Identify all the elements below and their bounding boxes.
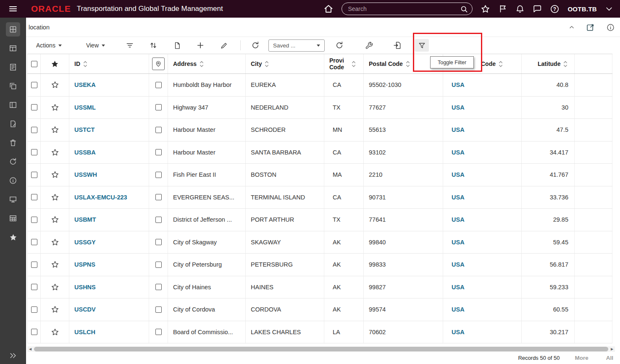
col-header-latitude[interactable]: Latitude [522, 54, 575, 73]
favorite-star-icon[interactable] [41, 97, 69, 119]
search-input[interactable] [348, 5, 460, 12]
flag-icon[interactable] [498, 4, 507, 13]
sidebar-layout-icon[interactable] [6, 98, 20, 112]
table-row[interactable]: USLAX-EMCU-223 EVERGREEN SEAS... TERMINA… [27, 186, 612, 209]
reload-icon[interactable] [332, 39, 347, 52]
favorite-star-icon[interactable] [41, 141, 69, 164]
sidebar-data-table-icon[interactable] [6, 211, 20, 225]
sidebar-workbench-icon[interactable] [6, 41, 20, 55]
row-checkbox[interactable] [31, 82, 37, 88]
select-all-checkbox[interactable] [31, 61, 37, 67]
row-checkbox[interactable] [31, 262, 37, 268]
table-row[interactable]: USHNS City of Haines HAINES AK 99827 USA… [27, 276, 612, 299]
row-checkbox[interactable] [31, 217, 37, 223]
hamburger-menu-icon[interactable] [0, 0, 26, 18]
map-pin-button[interactable] [152, 58, 165, 70]
table-row[interactable]: USBMT District of Jefferson ... PORT ART… [27, 209, 612, 231]
row-checkbox[interactable] [31, 127, 37, 133]
favorite-star-icon[interactable] [41, 254, 69, 276]
sidebar-monitor-icon[interactable] [6, 192, 20, 207]
address-checkbox[interactable] [155, 149, 162, 155]
row-checkbox[interactable] [31, 284, 37, 290]
bell-icon[interactable] [515, 4, 525, 13]
address-checkbox[interactable] [155, 104, 162, 110]
toggle-filter-funnel-icon[interactable] [415, 39, 429, 52]
country-code-link[interactable]: USA [452, 306, 465, 313]
row-checkbox[interactable] [31, 239, 37, 245]
country-code-link[interactable]: USA [452, 104, 465, 111]
location-id-link[interactable]: USBMT [74, 216, 96, 223]
country-code-link[interactable]: USA [452, 239, 465, 246]
col-header-province-code[interactable]: Provi Code [324, 54, 364, 73]
country-code-link[interactable]: USA [452, 149, 465, 156]
row-checkbox[interactable] [31, 194, 37, 200]
address-checkbox[interactable] [155, 306, 162, 313]
table-row[interactable]: USCDV City of Cordova CORDOVA AK 99574 U… [27, 299, 612, 321]
sidebar-grid-icon[interactable] [6, 22, 20, 37]
help-icon[interactable]: ? [550, 4, 560, 14]
favorite-star-icon[interactable] [41, 209, 69, 231]
country-code-link[interactable]: USA [452, 216, 465, 223]
table-row[interactable]: USPNS City of Petersburg PETERSBURG AK 9… [27, 254, 612, 276]
sidebar-trash-icon[interactable] [6, 136, 20, 150]
row-checkbox[interactable] [31, 149, 37, 155]
location-id-link[interactable]: USLAX-EMCU-223 [74, 194, 127, 201]
wrench-icon[interactable] [362, 39, 376, 52]
location-id-link[interactable]: USSGY [74, 239, 96, 246]
favorite-star-icon[interactable] [41, 321, 69, 343]
collapse-panel-icon[interactable] [569, 24, 575, 30]
table-row[interactable]: USSBA Harbour Master SANTA BARBARA CA 93… [27, 141, 612, 164]
col-header-address[interactable]: Address [168, 54, 246, 73]
favorite-star-icon[interactable] [41, 74, 69, 96]
table-row[interactable]: USSML Highway 347 NEDERLAND TX 77627 USA… [27, 97, 612, 119]
more-button[interactable]: More [575, 355, 588, 361]
table-row[interactable]: USEKA Humboldt Bay Harbor EUREKA CA 9550… [27, 74, 612, 97]
location-id-link[interactable]: USPNS [74, 261, 95, 268]
export-icon[interactable] [390, 39, 405, 52]
view-dropdown[interactable]: View [86, 42, 105, 49]
address-checkbox[interactable] [155, 329, 162, 335]
search-icon[interactable] [460, 5, 468, 13]
location-id-link[interactable]: USLCH [74, 329, 95, 335]
address-checkbox[interactable] [155, 194, 162, 200]
sidebar-info-icon[interactable] [6, 173, 20, 188]
sidebar-star-icon[interactable] [6, 230, 20, 244]
location-id-link[interactable]: USSBA [74, 149, 96, 156]
table-row[interactable]: USSGY City of Skagway SKAGWAY AK 99840 U… [27, 231, 612, 254]
row-checkbox[interactable] [31, 306, 37, 313]
filter-list-icon[interactable] [123, 39, 137, 52]
expand-sidebar-icon[interactable] [0, 351, 26, 360]
sidebar-form-icon[interactable] [6, 60, 20, 74]
search-box[interactable] [342, 3, 473, 15]
location-id-link[interactable]: USSML [74, 104, 96, 111]
location-id-link[interactable]: USEKA [74, 81, 96, 88]
col-header-city[interactable]: City [246, 54, 324, 73]
address-checkbox[interactable] [155, 262, 162, 268]
country-code-link[interactable]: USA [452, 81, 465, 88]
add-icon[interactable] [193, 39, 208, 52]
favorite-star-icon[interactable] [41, 186, 69, 209]
country-code-link[interactable]: USA [452, 194, 465, 201]
country-code-link[interactable]: USA [452, 126, 465, 133]
country-code-link[interactable]: USA [452, 261, 465, 268]
tab-location[interactable]: location [29, 24, 50, 31]
country-code-link[interactable]: USA [452, 171, 465, 178]
scroll-left-arrow[interactable]: ◀ [27, 346, 33, 352]
location-id-link[interactable]: USTCT [74, 126, 95, 133]
favorites-star-icon[interactable] [481, 4, 490, 14]
favorite-column-header[interactable] [41, 54, 69, 73]
address-checkbox[interactable] [155, 284, 162, 290]
table-row[interactable]: USSWH Fish Pier East II BOSTON MA 2210 U… [27, 164, 612, 186]
saved-query-dropdown[interactable]: Saved ... [268, 39, 325, 52]
actions-dropdown[interactable]: Actions [36, 42, 62, 49]
sidebar-document-edit-icon[interactable] [6, 117, 20, 131]
sidebar-refresh-icon[interactable] [6, 155, 20, 169]
col-header-id[interactable]: ID [69, 54, 149, 73]
scrollbar-thumb[interactable] [34, 347, 608, 351]
table-row[interactable]: USLCH Board of Commissio... LAKES CHARLE… [27, 321, 612, 344]
location-id-link[interactable]: USSWH [74, 171, 97, 178]
favorite-star-icon[interactable] [41, 119, 69, 141]
user-label[interactable]: OOTB.TB [567, 5, 597, 13]
new-document-icon[interactable] [170, 39, 184, 52]
user-chevron-down-icon[interactable] [605, 5, 613, 13]
